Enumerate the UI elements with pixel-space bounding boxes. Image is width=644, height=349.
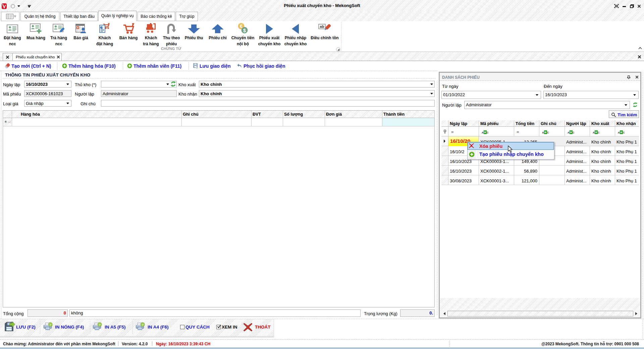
svg-text:?: ?	[99, 323, 101, 327]
svg-text:?: ?	[49, 323, 51, 327]
svg-text:$: $	[243, 27, 246, 33]
svg-text:ab: ab	[320, 24, 324, 28]
svg-text:?: ?	[142, 323, 144, 327]
svg-text:€: €	[240, 23, 243, 29]
